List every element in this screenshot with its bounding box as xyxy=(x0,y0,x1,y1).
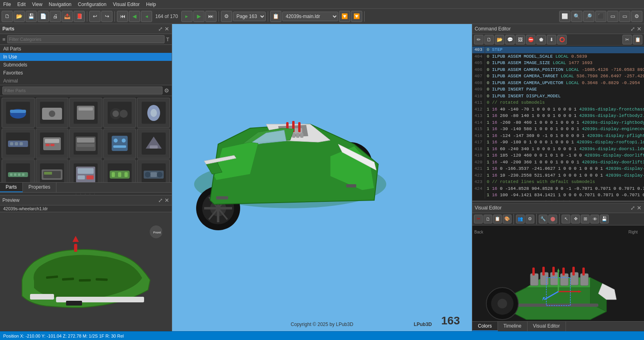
save-button[interactable]: 💾 xyxy=(26,11,37,22)
zoom-in-button[interactable]: 🔍 xyxy=(571,11,582,22)
ve-settings[interactable]: ⚙ xyxy=(526,215,534,223)
tab-properties[interactable]: Properties xyxy=(23,183,56,192)
list-item[interactable] xyxy=(36,129,69,159)
cmd-block-btn[interactable]: ⛔ xyxy=(526,35,536,44)
preview-close[interactable]: ✕ xyxy=(165,197,169,203)
list-item[interactable] xyxy=(103,98,136,128)
ve-color[interactable]: 🎨 xyxy=(503,215,512,223)
cmd-shape-btn[interactable]: ⬟ xyxy=(536,35,546,44)
parts-filter-input[interactable] xyxy=(2,87,163,95)
cmd-editor-close[interactable]: ✕ xyxy=(637,26,642,32)
parts-settings-icon[interactable]: ⚙ xyxy=(164,87,169,94)
list-item[interactable] xyxy=(2,98,35,128)
next-page-cont-button[interactable]: ▸ xyxy=(181,11,193,22)
cmd-new-btn[interactable]: 🗋 xyxy=(484,35,494,44)
list-item[interactable] xyxy=(36,159,69,182)
filter-icon[interactable]: ⚙ xyxy=(221,11,232,22)
cat-animal[interactable]: Animal xyxy=(0,77,172,85)
file-icon[interactable]: 📋 xyxy=(270,11,281,22)
ve-magnet[interactable]: ⬤ xyxy=(548,215,557,223)
list-item[interactable] xyxy=(2,159,35,182)
undo-button[interactable]: ↩ xyxy=(89,11,100,22)
menu-configuration[interactable]: Configuration xyxy=(75,1,110,8)
new-button[interactable]: 🗋 xyxy=(2,11,13,22)
filter-btn2[interactable]: 🔽 xyxy=(351,11,362,22)
preview-expand[interactable]: ⤢ xyxy=(158,197,163,203)
list-item[interactable] xyxy=(103,159,136,182)
ve-transform[interactable]: 🔧 xyxy=(539,215,548,223)
prev-page-cont-button[interactable]: ◂ xyxy=(141,11,152,22)
last-page-button[interactable]: ⏭ xyxy=(205,11,217,22)
cat-all-parts[interactable]: All Parts xyxy=(0,45,172,53)
cmd-content[interactable]: 403 0 STEP 404 0 ILPUB ASSEM MODEL_SCALE… xyxy=(472,46,644,203)
ve-new[interactable]: 🗋 xyxy=(484,215,492,223)
list-item[interactable] xyxy=(137,129,170,159)
ve-close[interactable]: ✕ xyxy=(637,205,642,211)
ve-3d-viewport[interactable]: X Y Z Back Right xyxy=(472,225,644,322)
menu-help[interactable]: Help xyxy=(143,1,159,8)
menu-edit[interactable]: Edit xyxy=(14,1,29,8)
ve-move[interactable]: ✥ xyxy=(571,215,580,223)
view-btn-1[interactable]: ⬜ xyxy=(559,11,570,22)
view-btn-4[interactable]: ⬛ xyxy=(595,11,606,22)
cmd-chat-btn[interactable]: 💬 xyxy=(505,35,515,44)
cmd-open-btn[interactable]: 📂 xyxy=(495,35,504,44)
ve-tab-visual-editor[interactable]: Visual Editor xyxy=(528,322,566,331)
settings-button[interactable]: ⚙ xyxy=(631,11,642,22)
page-selector[interactable]: Page 163 xyxy=(233,12,266,21)
open-button[interactable]: 📂 xyxy=(14,11,25,22)
first-page-button[interactable]: ⏮ xyxy=(117,11,128,22)
redo-button[interactable]: ↪ xyxy=(101,11,112,22)
list-item[interactable] xyxy=(69,129,102,159)
menu-visual-editor[interactable]: Visual Editor xyxy=(110,1,143,8)
tab-parts[interactable]: Parts xyxy=(0,183,23,192)
ve-select[interactable]: ↖ xyxy=(562,215,570,223)
view-btn-5[interactable]: ▭ xyxy=(607,11,618,22)
export-button[interactable]: 📤 xyxy=(62,11,73,22)
menu-file[interactable]: File xyxy=(0,1,14,8)
prev-page-button[interactable]: ◀ xyxy=(129,11,140,22)
parts-panel-expand[interactable]: ⤢ xyxy=(158,26,163,32)
print-button[interactable]: 🖨 xyxy=(50,11,61,22)
list-item[interactable] xyxy=(137,98,170,128)
file-selector[interactable]: 42039s-main.ldr xyxy=(282,12,338,21)
list-item[interactable] xyxy=(69,98,102,128)
ve-users[interactable]: 👥 xyxy=(516,215,525,223)
filter-btn[interactable]: 🔽 xyxy=(339,11,350,22)
pdf-button[interactable]: 📕 xyxy=(74,11,85,22)
menu-navigation[interactable]: Navigation xyxy=(46,1,75,8)
zoom-out-button[interactable]: 🔎 xyxy=(583,11,594,22)
ve-grid[interactable]: ⊞ xyxy=(581,215,590,223)
list-item[interactable] xyxy=(103,129,136,159)
parts-panel-close[interactable]: ✕ xyxy=(165,26,169,32)
cmd-circle-btn[interactable]: ⭕ xyxy=(557,35,567,44)
ve-copy[interactable]: 📋 xyxy=(493,215,502,223)
save-as-button[interactable]: 📄 xyxy=(38,11,49,22)
filter-format-btn[interactable]: T xyxy=(166,36,169,42)
view-btn-6[interactable]: ▭ xyxy=(619,11,630,22)
ve-tab-colors[interactable]: Colors xyxy=(472,322,498,331)
ve-save[interactable]: 💾 xyxy=(600,215,609,223)
ve-view[interactable]: 👁 xyxy=(590,215,599,223)
cmd-editor-expand[interactable]: ⤢ xyxy=(630,26,635,32)
cat-submodels[interactable]: Submodels xyxy=(0,61,172,69)
next-page-button[interactable]: ▶ xyxy=(193,11,205,22)
list-item[interactable] xyxy=(36,98,69,128)
cat-in-use[interactable]: In Use xyxy=(0,53,172,61)
ve-expand[interactable]: ⤢ xyxy=(630,205,635,211)
cmd-cut-btn[interactable]: ✂ xyxy=(622,35,632,44)
cmd-edit-btn[interactable]: ✏ xyxy=(474,35,484,44)
ve-tab-timeline[interactable]: Timeline xyxy=(498,322,528,331)
cmd-paste-btn[interactable]: 📋 xyxy=(633,35,642,44)
cat-favorites[interactable]: Favorites xyxy=(0,69,172,77)
menu-view[interactable]: View xyxy=(29,1,46,8)
main-viewport[interactable]: Copyright © 2025 by LPub3D LPub3D 163 xyxy=(172,24,472,331)
list-item[interactable] xyxy=(69,159,102,182)
list-item[interactable] xyxy=(2,129,35,159)
svg-point-7 xyxy=(112,111,119,117)
filter-categories-input[interactable] xyxy=(7,35,165,43)
cmd-img-btn[interactable]: 🖼 xyxy=(516,35,525,44)
cmd-down-btn[interactable]: ⬇ xyxy=(547,35,556,44)
list-item[interactable] xyxy=(137,159,170,182)
ve-scissors[interactable]: ✂ xyxy=(474,215,483,223)
